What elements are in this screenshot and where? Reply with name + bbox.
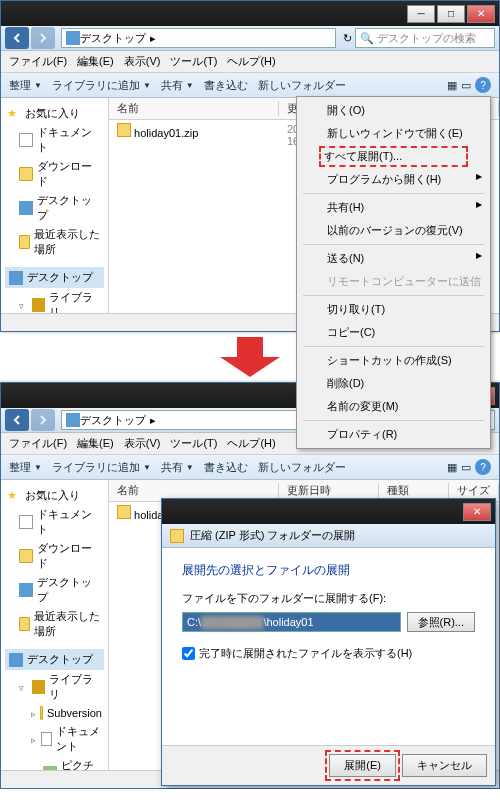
organize-button[interactable]: 整理 ▼ (9, 460, 42, 475)
ctx-open-with[interactable]: プログラムから開く(H)▶ (299, 168, 488, 191)
menu-edit[interactable]: 編集(E) (77, 436, 114, 451)
sidebar-item-documents-lib[interactable]: ▹ドキュメント (5, 722, 104, 756)
checkbox-input[interactable] (182, 647, 195, 660)
ctx-create-shortcut[interactable]: ショートカットの作成(S) (299, 349, 488, 372)
sidebar-item-pictures[interactable]: ▹ピクチャ (5, 756, 104, 770)
close-button[interactable]: ✕ (467, 5, 495, 23)
ctx-properties[interactable]: プロパティ(R) (299, 423, 488, 446)
sidebar-item-documents[interactable]: ドキュメント (5, 505, 104, 539)
ctx-remote: リモートコンピューターに送信 (299, 270, 488, 293)
menu-tools[interactable]: ツール(T) (170, 436, 217, 451)
share-button[interactable]: 共有 ▼ (161, 78, 194, 93)
menu-view[interactable]: 表示(V) (124, 54, 161, 69)
col-type[interactable]: 種類 (379, 483, 449, 498)
sidebar-item-downloads[interactable]: ダウンロード (5, 539, 104, 573)
sidebar-item-downloads[interactable]: ダウンロード (5, 157, 104, 191)
minimize-button[interactable]: ─ (407, 5, 435, 23)
submenu-arrow-icon: ▶ (476, 200, 482, 209)
sidebar-item-recent[interactable]: 最近表示した場所 (5, 225, 104, 259)
toolbar: 整理 ▼ ライブラリに追加 ▼ 共有 ▼ 書き込む 新しいフォルダー ▦ ▭ ? (1, 73, 499, 98)
maximize-button[interactable]: □ (437, 5, 465, 23)
search-icon: 🔍 (360, 32, 374, 45)
desktop-header[interactable]: デスクトップ (5, 649, 104, 670)
col-date[interactable]: 更新日時 (279, 483, 379, 498)
ctx-restore-version[interactable]: 以前のバージョンの復元(V) (299, 219, 488, 242)
menu-view[interactable]: 表示(V) (124, 436, 161, 451)
star-icon: ★ (7, 107, 21, 121)
submenu-arrow-icon: ▶ (476, 172, 482, 181)
sidebar-item-libraries[interactable]: ▿ライブラリ (5, 670, 104, 704)
ctx-open[interactable]: 開く(O) (299, 99, 488, 122)
forward-button[interactable] (31, 409, 55, 431)
desktop-header[interactable]: デスクトップ (5, 267, 104, 288)
organize-button[interactable]: 整理 ▼ (9, 78, 42, 93)
menu-help[interactable]: ヘルプ(H) (227, 54, 275, 69)
back-button[interactable] (5, 27, 29, 49)
browse-button[interactable]: 参照(R)... (407, 612, 475, 632)
sidebar-item-recent[interactable]: 最近表示した場所 (5, 607, 104, 641)
ctx-open-new-window[interactable]: 新しいウィンドウで開く(E) (299, 122, 488, 145)
preview-pane-icon[interactable]: ▭ (461, 79, 471, 92)
new-folder-button[interactable]: 新しいフォルダー (258, 78, 346, 93)
sidebar: ★お気に入り ドキュメント ダウンロード デスクトップ 最近表示した場所 デスク… (1, 480, 109, 770)
view-icon[interactable]: ▦ (447, 461, 457, 474)
col-size[interactable]: サイズ (449, 483, 499, 498)
ctx-delete[interactable]: 削除(D) (299, 372, 488, 395)
dialog-title: 圧縮 (ZIP 形式) フォルダーの展開 (162, 524, 495, 548)
breadcrumb[interactable]: デスクトップ ▸ (61, 410, 336, 430)
burn-button[interactable]: 書き込む (204, 78, 248, 93)
forward-button[interactable] (31, 27, 55, 49)
expand-icon[interactable]: ▿ (19, 301, 28, 310)
ctx-share[interactable]: 共有(H)▶ (299, 196, 488, 219)
dialog-footer: 展開(E) キャンセル (162, 745, 495, 785)
burn-button[interactable]: 書き込む (204, 460, 248, 475)
sidebar-item-libraries[interactable]: ▿ライブラリ (5, 288, 104, 313)
col-name[interactable]: 名前 (109, 101, 279, 116)
sidebar-item-desktop[interactable]: デスクトップ (5, 573, 104, 607)
refresh-icon[interactable]: ↻ (343, 32, 352, 45)
view-icon[interactable]: ▦ (447, 79, 457, 92)
ctx-extract-all[interactable]: すべて展開(T)... (324, 149, 463, 164)
sidebar: ★お気に入り ドキュメント ダウンロード デスクトップ 最近表示した場所 デスク… (1, 98, 109, 313)
separator (303, 420, 484, 421)
share-button[interactable]: 共有 ▼ (161, 460, 194, 475)
search-input[interactable]: 🔍 デスクトップの検索 (355, 28, 495, 48)
window-frame-top: ─ □ ✕ (1, 1, 499, 26)
ctx-send-to[interactable]: 送る(N)▶ (299, 247, 488, 270)
favorites-header[interactable]: ★お気に入り (5, 486, 104, 505)
col-name[interactable]: 名前 (109, 483, 279, 498)
menu-edit[interactable]: 編集(E) (77, 54, 114, 69)
zip-icon (117, 123, 131, 137)
sidebar-item-subversion[interactable]: ▹Subversion (5, 704, 104, 722)
forward-arrow-icon (38, 33, 48, 43)
ctx-copy[interactable]: コピー(C) (299, 321, 488, 344)
dialog-close-button[interactable]: ✕ (463, 503, 491, 521)
favorites-header[interactable]: ★お気に入り (5, 104, 104, 123)
path-input[interactable]: C:\████████\holiday01 (182, 612, 401, 632)
ctx-rename[interactable]: 名前の変更(M) (299, 395, 488, 418)
ctx-cut[interactable]: 切り取り(T) (299, 298, 488, 321)
help-icon[interactable]: ? (475, 77, 491, 93)
dialog-header: 展開先の選択とファイルの展開 (182, 562, 475, 579)
address-bar: デスクトップ ▸ ↻ 🔍 デスクトップの検索 (1, 26, 499, 51)
extract-button[interactable]: 展開(E) (329, 754, 396, 777)
add-to-library-button[interactable]: ライブラリに追加 ▼ (52, 460, 151, 475)
add-to-library-button[interactable]: ライブラリに追加 ▼ (52, 78, 151, 93)
back-arrow-icon (12, 33, 22, 43)
new-folder-button[interactable]: 新しいフォルダー (258, 460, 346, 475)
preview-pane-icon[interactable]: ▭ (461, 461, 471, 474)
breadcrumb[interactable]: デスクトップ ▸ (61, 28, 336, 48)
extract-dialog: ✕ 圧縮 (ZIP 形式) フォルダーの展開 展開先の選択とファイルの展開 ファ… (161, 498, 496, 786)
menu-file[interactable]: ファイル(F) (9, 436, 67, 451)
menu-tools[interactable]: ツール(T) (170, 54, 217, 69)
show-files-checkbox[interactable]: 完了時に展開されたファイルを表示する(H) (182, 646, 475, 661)
menu-file[interactable]: ファイル(F) (9, 54, 67, 69)
help-icon[interactable]: ? (475, 459, 491, 475)
cancel-button[interactable]: キャンセル (402, 754, 487, 777)
back-button[interactable] (5, 409, 29, 431)
menu-help[interactable]: ヘルプ(H) (227, 436, 275, 451)
breadcrumb-text: デスクトップ (80, 31, 146, 46)
zip-icon (170, 529, 184, 543)
sidebar-item-desktop[interactable]: デスクトップ (5, 191, 104, 225)
sidebar-item-documents[interactable]: ドキュメント (5, 123, 104, 157)
